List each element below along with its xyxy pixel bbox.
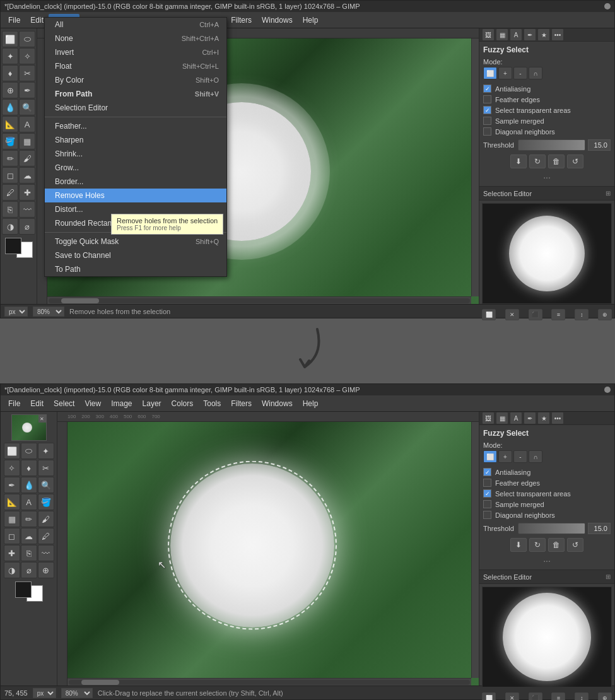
menu-none[interactable]: None Shift+Ctrl+A [45,32,226,45]
b-panel-delete-btn[interactable]: 🗑 [548,538,565,552]
menu-windows[interactable]: Windows [257,14,298,26]
close-icon-bottom[interactable] [604,387,611,393]
fuzzy-select-tool[interactable]: ✧ [19,48,35,64]
panel-text-icon[interactable]: A [510,28,522,41]
b-panel-layer-icon[interactable]: ▦ [496,412,508,424]
b-paintbrush[interactable]: 🖌 [38,511,54,527]
panel-img-icon[interactable]: 🖼 [482,28,495,41]
feather-checkbox[interactable] [483,95,491,103]
b-smudge[interactable]: 〰 [38,545,54,561]
scroll-v-bottom[interactable] [471,422,479,678]
menu-border[interactable]: Border... [45,175,226,189]
b-menu-view[interactable]: View [79,397,106,410]
color-select-tool[interactable]: ♦ [2,65,18,81]
b-dodge[interactable]: ◑ [4,562,20,578]
b-transparent-checkbox[interactable]: ✓ [483,489,491,498]
b-panel-path-icon[interactable]: ✒ [524,412,536,424]
b-panel-img-icon[interactable]: 🖼 [482,412,495,424]
color-picker-tool[interactable]: 💧 [2,99,18,115]
panel-star-icon[interactable]: ★ [537,28,550,41]
zoom-select-bottom[interactable]: 80% [61,688,93,698]
menu-from-path[interactable]: From Path Shift+V [45,87,226,101]
panel-dot-icon[interactable]: ••• [551,28,564,41]
b-menu-windows[interactable]: Windows [257,397,298,410]
b-panel-dot-icon[interactable]: ••• [551,412,564,424]
panel-path-icon[interactable]: ✒ [524,28,536,41]
b-free-select[interactable]: ✦ [38,443,54,459]
menu-remove-holes[interactable]: Remove Holes [45,189,226,202]
ellipse-select-tool[interactable]: ⬭ [19,31,35,47]
b-menu-image[interactable]: Image [106,397,137,410]
b-menu-help[interactable]: Help [298,397,324,410]
panel-download-btn[interactable]: ⬇ [510,155,527,168]
b-fuzzy-select[interactable]: ✧ [4,460,20,476]
foreground-select-tool[interactable]: ⊕ [2,82,18,98]
b-panel-expand-icon[interactable]: ⊞ [606,573,611,580]
panel-undo-btn[interactable]: ↺ [567,155,583,168]
b-panel-undo-btn[interactable]: ↺ [567,538,583,552]
smudge-tool[interactable]: 〰 [19,201,35,218]
transparent-checkbox[interactable]: ✓ [483,106,491,114]
panel-expand-icon[interactable]: ⊞ [606,190,611,197]
menu-to-path[interactable]: To Path [45,262,226,276]
b-ink[interactable]: 🖊 [38,528,54,544]
rect-select-tool[interactable]: ⬜ [2,31,18,47]
b-threshold-value[interactable]: 15.0 [588,523,611,534]
bucket-fill-tool[interactable]: 🪣 [2,133,18,149]
b-menu-select[interactable]: Select [49,397,79,410]
b-foreground-color[interactable] [15,581,32,598]
b-bucket[interactable]: 🪣 [38,494,54,510]
menu-by-color[interactable]: By Color Shift+O [45,73,226,87]
panel-layer-icon[interactable]: ▦ [496,28,508,41]
b-sample-merged-checkbox[interactable] [483,500,491,508]
threshold-value[interactable]: 15.0 [588,139,611,151]
pencil-tool[interactable]: ✏ [2,150,18,166]
clone-tool[interactable]: ⎘ [2,201,18,218]
menu-selection-editor[interactable]: Selection Editor [45,101,226,115]
b-eraser[interactable]: ◻ [4,528,20,544]
b-healing[interactable]: ✚ [4,545,20,561]
b-menu-tools[interactable]: Tools [198,397,226,410]
mode-replace[interactable]: ⬜ [483,67,497,79]
measure-tool[interactable]: 📐 [2,116,18,132]
menu-filters[interactable]: Filters [226,14,257,26]
menu-float[interactable]: Float Shift+Ctrl+L [45,59,226,73]
b-scissors[interactable]: ✂ [38,460,54,476]
scissors-tool[interactable]: ✂ [19,65,35,81]
b-mode-intersect[interactable]: ∩ [529,450,542,463]
scroll-h-bottom[interactable] [67,678,471,685]
paintbrush-tool[interactable]: 🖌 [19,150,35,166]
zoom-tool[interactable]: 🔍 [19,99,35,115]
eraser-tool[interactable]: ◻ [2,167,18,184]
b-pencil[interactable]: ✏ [21,511,37,527]
foreground-color-swatch[interactable] [5,238,21,254]
dodge-burn-tool[interactable]: ◑ [2,218,18,235]
b-menu-layer[interactable]: Layer [138,397,167,410]
b-color-select[interactable]: ♦ [21,460,37,476]
b-mode-subtract[interactable]: - [513,450,527,463]
b-clone[interactable]: ⎘ [21,545,37,561]
paths-tool[interactable]: ✒ [19,82,35,98]
b-ellipse-select[interactable]: ⬭ [21,443,37,459]
b-blend[interactable]: ▦ [4,511,20,527]
b-rect-select[interactable]: ⬜ [4,443,20,459]
unit-select-top[interactable]: px [4,306,28,317]
airbrush-tool[interactable]: ☁ [19,167,35,184]
zoom-select-top[interactable]: 80% [33,306,64,317]
mode-add[interactable]: + [498,67,512,79]
b-feather-checkbox[interactable] [483,479,491,487]
close-icon[interactable] [604,3,611,9]
menu-invert[interactable]: Invert Ctrl+I [45,45,226,59]
b-threshold-slider[interactable] [518,523,585,534]
blur-sharpen-tool[interactable]: ⌀ [19,218,35,235]
b-antialiasing-checkbox[interactable]: ✓ [483,468,491,476]
b-mode-add[interactable]: + [498,450,512,463]
healing-tool[interactable]: ✚ [19,184,35,201]
mode-subtract[interactable]: - [513,67,527,79]
b-panel-star-icon[interactable]: ★ [537,412,550,424]
b-diagonal-checkbox[interactable] [483,511,491,519]
menu-help[interactable]: Help [298,14,324,26]
minimap-close-btn[interactable]: ✕ [38,415,46,423]
b-panel-refresh-btn[interactable]: ↻ [529,538,546,552]
b-panel-text-icon[interactable]: A [510,412,522,424]
